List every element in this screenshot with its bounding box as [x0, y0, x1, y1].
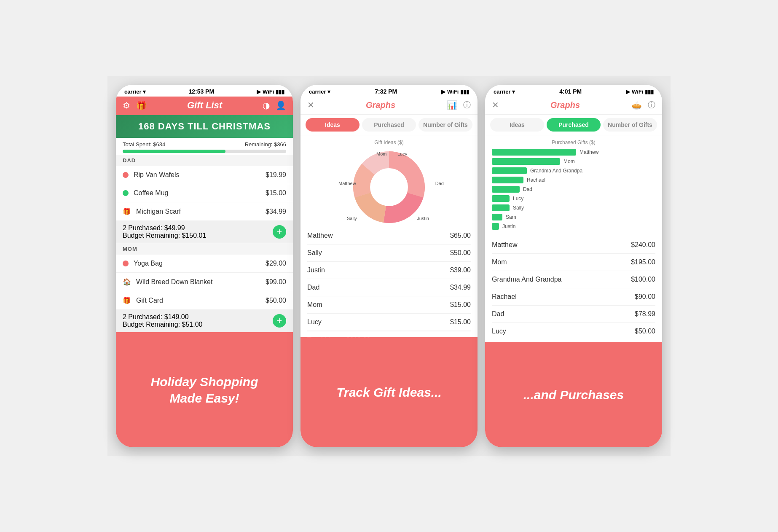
budget-remaining: Budget Remaining: $150.01 [123, 232, 206, 239]
section-footer-dad: 2 Purchased: $49.99 Budget Remaining: $1… [116, 221, 293, 243]
bar-lucy [492, 195, 510, 202]
status-icons-2: ▶ WiFi ▮▮▮ [441, 89, 469, 95]
list-item[interactable]: Mom $15.00 [307, 296, 471, 314]
section-footer-mom: 2 Purchased: $149.00 Budget Remaining: $… [116, 310, 293, 332]
list-item[interactable]: Rachael $90.00 [492, 288, 655, 306]
phone-1: carrier ▾ 12:53 PM ▶ WiFi ▮▮▮ ⚙ 🎁 Gift L… [116, 85, 293, 447]
budget-numbers: Total Spent: $634 Remaining: $366 [123, 141, 286, 148]
tab-purchased[interactable]: Purchased [362, 118, 416, 132]
list-item[interactable]: Matthew $65.00 [307, 227, 471, 245]
donut-label-lucy: Lucy [397, 151, 407, 156]
chart-icon[interactable]: ◑ [263, 100, 270, 110]
list-item[interactable]: Lucy $50.00 [492, 323, 655, 340]
list-item[interactable]: Sally $50.00 [307, 245, 471, 262]
bar-label: Dad [523, 186, 548, 192]
list-item[interactable]: Yoga Bag $29.00 [116, 255, 293, 273]
bar-row: Sally [492, 204, 655, 211]
status-bar-3: carrier ▾ 4:01 PM ▶ WiFi ▮▮▮ [485, 85, 662, 97]
remaining: Remaining: $366 [245, 141, 286, 148]
list-item[interactable]: Rip Van Wafels $19.99 [116, 166, 293, 184]
person-name: Lucy [492, 328, 506, 335]
pie-chart-icon[interactable]: 🥧 [631, 100, 642, 110]
gift-amount: $195.00 [631, 258, 655, 266]
promo-banner-2: Track Gift Ideas... [300, 337, 478, 447]
purchased-count: 2 Purchased: $49.99 [123, 224, 206, 232]
info-icon[interactable]: ⓘ [463, 100, 471, 110]
green-dot [123, 190, 129, 196]
gift-amount: $50.00 [635, 328, 655, 335]
gift-name: Yoga Bag [134, 260, 266, 267]
gear-icon[interactable]: ⚙ [123, 100, 130, 110]
list-item[interactable]: Matthew $240.00 [492, 236, 655, 254]
list-item[interactable]: Justin $39.00 [307, 262, 471, 279]
person-name: Mom [492, 258, 507, 266]
bar-row: Justin [492, 223, 655, 230]
bar-label: Matthew [579, 149, 605, 155]
app-header-3: ✕ Graphs 🥧 ⓘ [485, 97, 662, 115]
time-2: 7:32 PM [375, 88, 397, 95]
list-item[interactable]: 🎁 Gift Card $50.00 [116, 291, 293, 310]
bar-label: Mom [563, 159, 589, 164]
add-gift-button-mom[interactable]: + [273, 314, 286, 328]
gift-price: $29.00 [266, 260, 286, 267]
header-icons-3: 🥧 ⓘ [631, 100, 655, 110]
screens-container: carrier ▾ 12:53 PM ▶ WiFi ▮▮▮ ⚙ 🎁 Gift L… [107, 76, 671, 456]
tab-number-of-gifts[interactable]: Number of Gifts [419, 118, 472, 132]
red-dot [123, 261, 129, 266]
add-user-icon[interactable]: 👤 [276, 100, 286, 110]
list-item[interactable]: Dad $34.99 [307, 279, 471, 296]
carrier-1: carrier ▾ [124, 89, 146, 95]
status-bar-2: carrier ▾ 7:32 PM ▶ WiFi ▮▮▮ [300, 85, 478, 97]
section-footer-text: 2 Purchased: $149.00 Budget Remaining: $… [123, 313, 202, 328]
person-name: Sally [307, 249, 322, 257]
donut-label-matthew: Matthew [338, 181, 356, 186]
tab-ideas-3[interactable]: Ideas [490, 118, 544, 132]
gift-ideas-list: Matthew $65.00 Sally $50.00 Justin $39.0… [300, 227, 478, 337]
tab-number-of-gifts-3[interactable]: Number of Gifts [603, 118, 657, 132]
donut-chart: Mom Lucy Matthew Dad Sally Justin [343, 147, 435, 223]
tab-purchased-3[interactable]: Purchased [547, 118, 601, 132]
gift-name: Rip Van Wafels [134, 171, 266, 179]
person-name: Dad [307, 284, 319, 291]
promo-text-2: Track Gift Ideas... [328, 376, 450, 409]
tab-ideas[interactable]: Ideas [306, 118, 359, 132]
list-item[interactable]: 🏠 Wild Breed Down Blanket $99.00 [116, 273, 293, 291]
red-dot [123, 172, 129, 178]
section-mom: MOM [116, 243, 293, 255]
phone-2: carrier ▾ 7:32 PM ▶ WiFi ▮▮▮ ✕ Graphs 📊 … [300, 85, 478, 447]
chart-area-2: Gift Ideas ($) [300, 135, 478, 227]
list-item[interactable]: Lucy $15.00 [307, 314, 471, 331]
bar-chart-icon[interactable]: 📊 [447, 100, 457, 110]
person-name: Matthew [492, 241, 517, 249]
list-item[interactable]: Mom $195.00 [492, 254, 655, 271]
person-name: Matthew [307, 232, 333, 239]
bar-row: Sam [492, 214, 655, 220]
gift-amount: $34.99 [450, 284, 471, 291]
bar-label: Lucy [513, 196, 538, 202]
bar-label: Grandma And Grandpa [530, 168, 582, 174]
close-icon-3[interactable]: ✕ [492, 100, 499, 110]
bar-label: Rachael [527, 177, 552, 183]
header-icons-2: 📊 ⓘ [447, 100, 471, 110]
header-icons-left: ⚙ 🎁 [123, 100, 147, 110]
gift-bag-icon: 🎁 [123, 207, 131, 215]
close-icon[interactable]: ✕ [307, 100, 314, 110]
bar-rachael [492, 177, 523, 183]
gift-amount: $100.00 [631, 276, 655, 283]
banner-text: 168 DAYS TILL CHRISTMAS [123, 121, 286, 132]
bar-label: Sally [513, 205, 538, 211]
list-item[interactable]: Coffee Mug $15.00 [116, 184, 293, 202]
list-item[interactable]: Grandma And Grandpa $100.00 [492, 271, 655, 288]
list-item[interactable]: Dad $78.99 [492, 306, 655, 323]
progress-fill [123, 150, 225, 153]
bar-dad [492, 186, 520, 193]
gift-icon[interactable]: 🎁 [136, 100, 147, 110]
status-icons-1: ▶ WiFi ▮▮▮ [257, 89, 284, 95]
add-gift-button[interactable]: + [273, 225, 286, 239]
bar-sam [492, 214, 502, 220]
info-icon-3[interactable]: ⓘ [648, 100, 655, 110]
person-name: Dad [492, 310, 504, 318]
donut-label-mom: Mom [376, 151, 386, 156]
section-footer-text: 2 Purchased: $49.99 Budget Remaining: $1… [123, 224, 206, 239]
list-item[interactable]: 🎁 Michigan Scarf $34.99 [116, 202, 293, 221]
